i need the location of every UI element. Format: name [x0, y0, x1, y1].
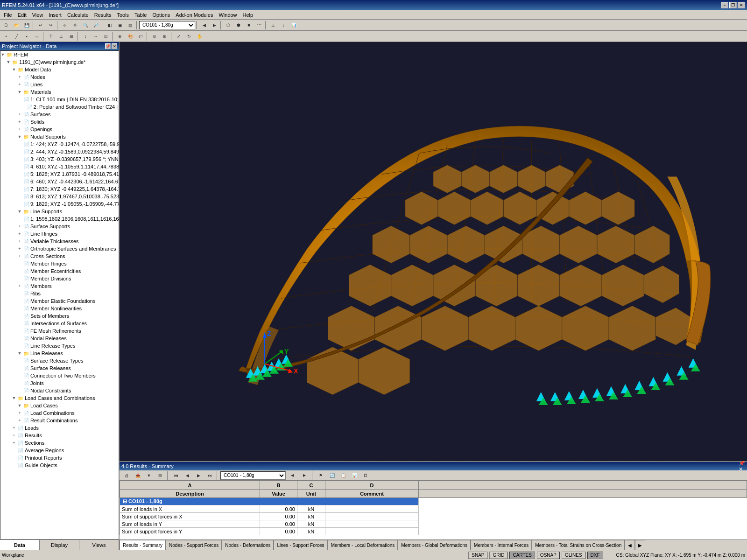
tb2-line-support[interactable]: ⊥ [56, 32, 66, 41]
rt-sync[interactable]: 🔄 [327, 471, 337, 480]
tree-item[interactable]: +📄Loads [0, 424, 119, 432]
tb2-rotate[interactable]: ↻ [184, 32, 194, 41]
tree-item[interactable]: +📄Openings [0, 126, 119, 133]
tb-view-front[interactable]: ▣ [115, 21, 125, 30]
tree-item[interactable]: 📄Surface Releases [0, 364, 119, 372]
viewport-3d[interactable]: Z Y X [120, 42, 747, 461]
col-header-b[interactable]: B [260, 481, 297, 490]
tree-item[interactable]: 📄Ribs [0, 290, 119, 297]
tree-item[interactable]: +📄Members [0, 282, 119, 290]
tree-item[interactable]: 📄9: 1829; XYZ -1.05055,-1.05909,-44.772 [0, 200, 119, 208]
tree-expand-icon[interactable]: + [17, 127, 22, 132]
tb-supports[interactable]: ⊥ [268, 21, 278, 30]
grid-button[interactable]: GRID [489, 552, 507, 559]
nav-tab-display[interactable]: Display [40, 540, 79, 550]
tb2-grid[interactable]: ⊞ [160, 32, 170, 41]
rt-export2[interactable]: 📋 [338, 471, 348, 480]
tree-item[interactable]: +📄Orthotropic Surfaces and Membranes [0, 245, 119, 252]
tree-item[interactable]: 📄1: 1598,1602,1606,1608,1611,1616,1619 [0, 215, 119, 223]
rt-nav-prev[interactable]: ◀ [287, 471, 297, 480]
rt-next2[interactable]: ⏭ [204, 471, 215, 480]
tb-view-top[interactable]: ▤ [125, 21, 135, 30]
tb-next[interactable]: ▶ [209, 21, 219, 30]
close-button[interactable]: ✕ [738, 2, 745, 8]
tree-expand-icon[interactable]: + [17, 112, 22, 117]
tb2-zoom-fit[interactable]: ⤢ [174, 32, 184, 41]
tab-members-total-strains[interactable]: Members - Total Strains on Cross-Section [532, 540, 625, 550]
tb2-color[interactable]: 🎨 [125, 32, 135, 41]
menu-addons[interactable]: Add-on Modules [173, 11, 216, 19]
tab-nav-prev[interactable]: ◀ [625, 540, 635, 550]
tab-members-internal[interactable]: Members - Internal Forces [471, 540, 532, 550]
tab-lines-support-forces[interactable]: Lines - Support Forces [274, 540, 327, 550]
tree-item[interactable]: +📄Nodes [0, 73, 119, 81]
menu-file[interactable]: File [1, 11, 15, 19]
menu-results[interactable]: Results [92, 11, 114, 19]
tb2-label[interactable]: 🏷 [135, 32, 146, 41]
tb2-surface-support[interactable]: ⊞ [66, 32, 77, 41]
tree-expand-icon[interactable]: + [17, 224, 22, 229]
tree-expand-icon[interactable]: + [17, 284, 22, 288]
menu-insert[interactable]: Insert [46, 11, 64, 19]
tb-render[interactable]: ⬡ [223, 21, 233, 30]
tree-expand-icon[interactable]: + [17, 418, 22, 423]
tree-expand-icon[interactable]: + [17, 239, 22, 244]
tree-item[interactable]: +📄Line Hinges [0, 230, 119, 238]
rt-table[interactable]: 🗒 [360, 471, 371, 480]
tb2-filter[interactable]: ⊕ [115, 32, 125, 41]
tree-item[interactable]: 📄Member Divisions [0, 275, 119, 282]
tree-expand-icon[interactable]: ▼ [6, 60, 11, 64]
tree-expand-icon[interactable]: + [17, 411, 22, 415]
tb-loads[interactable]: ↓ [278, 21, 289, 30]
nav-tab-data[interactable]: Data [0, 540, 40, 550]
tb2-snap[interactable]: ⊙ [149, 32, 160, 41]
tree-expand-icon[interactable]: ▼ [0, 52, 5, 57]
tree-item[interactable]: 📄Line Release Types [0, 342, 119, 350]
menu-view[interactable]: View [29, 11, 46, 19]
tree-item[interactable]: 📄2: 444; XYZ -0.1589,0.0922984,59.8495 [0, 148, 119, 155]
tree-expand-icon[interactable]: ▼ [17, 134, 22, 139]
tree-item[interactable]: 📄Member Elastic Foundations [0, 297, 119, 305]
tree-item[interactable]: 📄2: Poplar and Softwood Timber C24 | [0, 103, 119, 111]
tree-expand-icon[interactable]: ▼ [17, 209, 22, 214]
tree-expand-icon[interactable]: ▼ [17, 351, 22, 356]
tree-item[interactable]: 📄Member Eccentricities [0, 267, 119, 275]
tree-item[interactable]: +📄Variable Thicknesses [0, 238, 119, 245]
tree-item[interactable]: ▼📁Line Releases [0, 350, 119, 357]
tab-members-global-def[interactable]: Members - Global Deformations [398, 540, 471, 550]
navigator-tree[interactable]: ▼📁RFEM▼📁1191_(C)www.pirminjung.de*▼📁Mode… [0, 50, 119, 539]
nav-pin[interactable]: 📌 [105, 43, 111, 49]
tb-redo[interactable]: ↪ [46, 21, 56, 30]
tree-item[interactable]: ▼📁Load Cases and Combinations [0, 394, 119, 402]
tree-item[interactable]: 📄Connection of Two Members [0, 372, 119, 379]
snap-button[interactable]: SNAP [468, 552, 487, 559]
tree-expand-icon[interactable]: + [17, 75, 22, 79]
menu-table[interactable]: Table [132, 11, 149, 19]
tree-expand-icon[interactable]: + [12, 426, 16, 430]
tb2-pan[interactable]: ✋ [194, 32, 204, 41]
tree-item[interactable]: ▼📁Nodal Supports [0, 133, 119, 140]
tree-item[interactable]: 📄1: 424; XYZ -0.12474,-0.0722758,-59.91 [0, 140, 119, 148]
cartes-button[interactable]: CARTES [509, 552, 535, 559]
tree-item[interactable]: ▼📁1191_(C)www.pirminjung.de* [0, 58, 119, 66]
tb-prev[interactable]: ◀ [199, 21, 209, 30]
tree-item[interactable]: 📄FE Mesh Refinements [0, 327, 119, 335]
tree-expand-icon[interactable]: + [17, 246, 22, 251]
tab-results-summary[interactable]: Results - Summary [120, 540, 166, 550]
tree-item[interactable]: 📄Guide Objects [0, 462, 119, 469]
results-load-dropdown[interactable]: CO101 - 1,80g [220, 471, 286, 480]
tree-item[interactable]: ▼📁Model Data [0, 66, 119, 73]
tb-view-3d[interactable]: ◧ [105, 21, 115, 30]
rt-prev2[interactable]: ⏮ [171, 471, 181, 480]
tb2-nodal-support[interactable]: ⊤ [46, 32, 56, 41]
minimize-button[interactable]: − [721, 2, 728, 8]
tree-expand-icon[interactable]: + [17, 119, 22, 124]
tree-expand-icon[interactable]: + [17, 82, 22, 87]
tree-item[interactable]: +📄Solids [0, 118, 119, 126]
tree-item[interactable]: 📄3: 403; YZ -0.0390657,179.956 °; YNN N [0, 155, 119, 163]
tab-nodes-support-forces[interactable]: Nodes - Support Forces [166, 540, 222, 550]
tree-item[interactable]: +📄Load Combinations [0, 409, 119, 417]
col-header-d[interactable]: D [325, 481, 419, 490]
load-case-dropdown[interactable]: CO101 - 1,80g [139, 21, 195, 29]
tb2-load-node[interactable]: ↕ [80, 32, 91, 41]
